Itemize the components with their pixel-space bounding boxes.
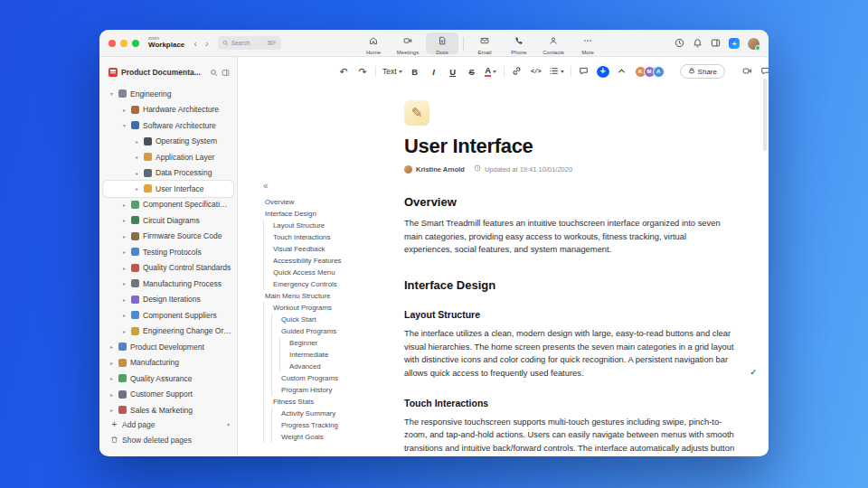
outline-item-touch-interactions[interactable]: Touch Interactions <box>254 231 394 243</box>
sidebar-item-application-layer[interactable]: ▸Application Layer <box>103 149 233 165</box>
collapse-outline-icon[interactable]: « <box>263 181 269 191</box>
chevron-right-icon[interactable]: ▸ <box>108 360 115 366</box>
bold-button[interactable]: B <box>409 64 421 79</box>
text-color-button[interactable]: A <box>485 64 497 79</box>
start-video-button[interactable] <box>742 63 752 80</box>
chevron-down-icon[interactable]: ▾ <box>121 122 127 128</box>
outline-item-emergency-controls[interactable]: Emergency Controls <box>254 278 394 290</box>
sidebar-item-quality-control-standards[interactable]: ▸Quality Control Standards <box>103 260 233 277</box>
outline-item-fitness-stats[interactable]: Fitness Stats <box>254 396 394 408</box>
list-button[interactable] <box>549 64 564 79</box>
tab-email[interactable]: Email <box>468 33 501 54</box>
chevron-right-icon[interactable]: ▸ <box>121 280 127 286</box>
sidebar-collapse-icon[interactable] <box>222 64 230 80</box>
outline-item-beginner[interactable]: Beginner <box>254 337 394 349</box>
comment-button[interactable] <box>578 64 590 79</box>
close-window-button[interactable] <box>108 40 116 47</box>
panel-toggle-button[interactable] <box>711 35 721 52</box>
profile-avatar[interactable] <box>748 38 760 50</box>
outline-item-intermediate[interactable]: Intermediate <box>254 349 394 361</box>
outline-item-quick-start[interactable]: Quick Start <box>254 314 394 325</box>
sidebar-item-quality-assurance[interactable]: ▸Quality Assurance <box>103 371 233 387</box>
outline-item-advanced[interactable]: Advanced <box>254 361 394 372</box>
chevron-right-icon[interactable]: ▸ <box>121 107 127 113</box>
sidebar-item-manufacturing[interactable]: ▸Manufacturing <box>103 355 233 371</box>
chevron-right-icon[interactable]: ▸ <box>121 312 127 318</box>
outline-item-interface-design[interactable]: Interface Design <box>254 208 394 220</box>
sidebar-item-testing-protocols[interactable]: ▸Testing Protocols <box>103 244 233 260</box>
sidebar-item-sales-marketing[interactable]: ▸Sales & Marketing <box>103 402 233 417</box>
strikethrough-button[interactable]: S <box>466 64 478 79</box>
sidebar-item-firmware-source-code[interactable]: ▸Firmware Source Code <box>103 229 233 245</box>
outline-item-progress-tracking[interactable]: Progress Tracking <box>254 419 394 431</box>
chevron-right-icon[interactable]: ▸ <box>108 391 115 398</box>
tab-home[interactable]: Home <box>357 33 390 54</box>
sidebar-item-customer-support[interactable]: ▸Customer Support <box>103 387 233 403</box>
outline-item-custom-programs[interactable]: Custom Programs <box>254 372 394 384</box>
sidebar-item-circuit-diagrams[interactable]: ▸Circuit Diagrams <box>103 212 233 229</box>
back-icon[interactable]: ‹ <box>193 38 197 49</box>
italic-button[interactable]: I <box>428 64 440 79</box>
chevron-right-icon[interactable]: ▸ <box>121 328 127 334</box>
sidebar-item-software-architecture[interactable]: ▾Software Architecture <box>103 117 233 134</box>
minimize-window-button[interactable] <box>120 40 127 47</box>
add-page-button[interactable]: + Add page ▾ <box>103 417 233 433</box>
chevron-right-icon[interactable]: ▸ <box>121 249 127 255</box>
activity-button[interactable] <box>675 35 684 52</box>
tab-docs[interactable]: Docs <box>426 33 458 54</box>
outline-item-activity-summary[interactable]: Activity Summary <box>254 408 394 419</box>
maximize-window-button[interactable] <box>132 40 139 47</box>
chevron-right-icon[interactable]: ▸ <box>134 154 140 160</box>
chevron-right-icon[interactable]: ▸ <box>121 296 127 303</box>
collaborator-avatar[interactable]: A <box>653 66 665 78</box>
sidebar-search-icon[interactable] <box>210 64 218 80</box>
chevron-right-icon[interactable]: ▸ <box>121 233 127 239</box>
tab-contacts[interactable]: Contacts <box>537 33 570 54</box>
sidebar-item-engineering-change-orders[interactable]: ▸Engineering Change Orders <box>103 324 233 340</box>
global-search-input[interactable]: Search ⌘F <box>218 36 281 50</box>
chevron-right-icon[interactable]: ▸ <box>134 170 140 176</box>
insert-block-button[interactable]: + <box>597 66 609 78</box>
tab-meetings[interactable]: Meetings <box>392 33 424 54</box>
link-button[interactable] <box>511 64 524 79</box>
outline-item-quick-access-menu[interactable]: Quick Access Menu <box>254 267 394 278</box>
notifications-button[interactable] <box>693 35 703 52</box>
outline-item-accessibility-features[interactable]: Accessibility Features <box>254 255 394 267</box>
outline-item-main-menu-structure[interactable]: Main Menu Structure <box>254 290 394 302</box>
chevron-right-icon[interactable]: ▸ <box>121 217 127 223</box>
collapse-toolbar-button[interactable] <box>616 64 628 79</box>
outline-item-guided-programs[interactable]: Guided Programs <box>254 325 394 337</box>
sidebar-item-operating-system[interactable]: ▸Operating System <box>103 134 233 150</box>
chevron-down-icon[interactable]: ▾ <box>108 90 115 97</box>
sidebar-item-hardware-architecture[interactable]: ▸Hardware Architecture <box>103 102 233 118</box>
outline-item-weight-goals[interactable]: Weight Goals <box>254 431 394 443</box>
tab-phone[interactable]: Phone <box>503 33 535 54</box>
sidebar-item-manufacturing-process[interactable]: ▸Manufacturing Process <box>103 276 233 292</box>
code-button[interactable]: </> <box>530 64 542 79</box>
chevron-right-icon[interactable]: ▸ <box>108 375 115 381</box>
outline-item-workout-programs[interactable]: Workout Programs <box>254 302 394 314</box>
outline-item-visual-feedback[interactable]: Visual Feedback <box>254 243 394 255</box>
sidebar-item-engineering[interactable]: ▾Engineering <box>103 86 233 102</box>
sidebar-item-product-development[interactable]: ▸Product Development <box>103 339 233 355</box>
sidebar-item-data-processing[interactable]: ▸Data Processing <box>103 165 233 182</box>
chevron-right-icon[interactable]: ▸ <box>121 265 127 271</box>
chevron-right-icon[interactable]: ▸ <box>134 185 140 192</box>
chevron-right-icon[interactable]: ▸ <box>108 343 115 350</box>
chevron-right-icon[interactable]: ▸ <box>108 407 115 413</box>
outline-item-overview[interactable]: Overview <box>254 196 394 208</box>
forward-icon[interactable]: › <box>205 38 209 49</box>
ai-companion-icon[interactable]: + <box>729 38 740 49</box>
tab-more[interactable]: More <box>571 33 604 54</box>
doc-emoji-icon[interactable]: ✎ <box>404 100 429 126</box>
underline-button[interactable]: U <box>447 64 459 79</box>
sidebar-item-design-iterations[interactable]: ▸Design Iterations <box>103 292 233 308</box>
chevron-right-icon[interactable]: ▸ <box>134 138 140 145</box>
outline-item-layout-structure[interactable]: Layout Structure <box>254 220 394 231</box>
sidebar-item-component-suppliers[interactable]: ▸Component Suppliers <box>103 307 233 324</box>
sidebar-item-component-specifications[interactable]: ▸Component Specifications <box>103 197 233 213</box>
share-button[interactable]: Share <box>680 64 725 79</box>
outline-item-program-history[interactable]: Program History <box>254 384 394 396</box>
redo-button[interactable]: ↷ <box>356 64 369 79</box>
sidebar-item-user-interface[interactable]: ▸User Interface <box>103 181 233 197</box>
